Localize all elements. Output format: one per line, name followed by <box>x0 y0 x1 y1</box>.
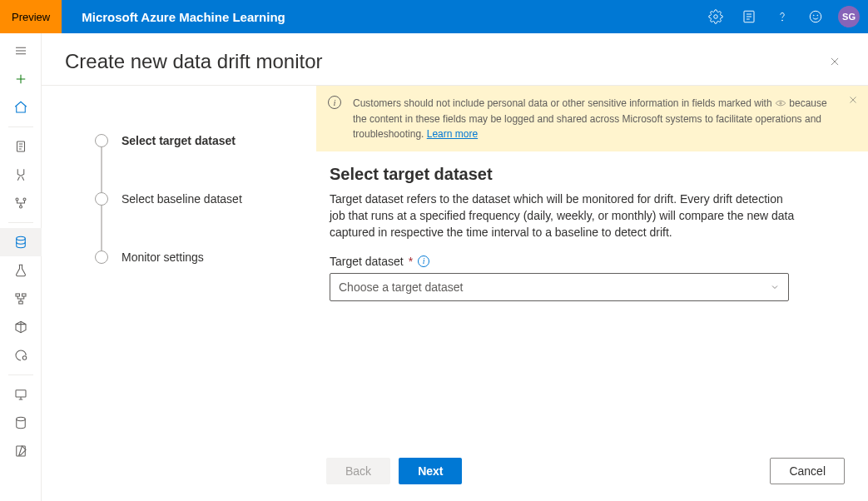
svg-point-10 <box>16 236 25 241</box>
sidebar <box>0 33 42 501</box>
svg-point-0 <box>714 15 718 19</box>
home-icon[interactable] <box>0 93 42 122</box>
topbar-actions: SG <box>700 0 868 33</box>
info-icon[interactable]: i <box>418 255 429 267</box>
eye-icon <box>775 97 786 112</box>
preview-badge: Preview <box>0 0 62 33</box>
step-monitor-settings[interactable]: Monitor settings <box>95 250 300 264</box>
panel-title: Create new data drift monitor <box>65 50 322 73</box>
pipelines-icon[interactable] <box>0 285 42 313</box>
product-title: Microsoft Azure Machine Learning <box>62 10 285 24</box>
chevron-down-icon <box>770 282 780 292</box>
close-icon[interactable] <box>825 52 845 72</box>
wizard-steps: Select target dataset Select baseline da… <box>42 86 316 501</box>
cancel-button[interactable]: Cancel <box>770 458 845 484</box>
info-icon: i <box>328 96 341 109</box>
target-dataset-select[interactable]: Choose a target dataset <box>330 273 789 301</box>
datastores-icon[interactable] <box>0 409 42 437</box>
step-select-baseline[interactable]: Select baseline dataset <box>95 192 300 206</box>
endpoints-icon[interactable] <box>0 341 42 370</box>
step-circle-icon <box>95 250 108 264</box>
svg-point-4 <box>813 15 814 16</box>
section-title: Select target dataset <box>330 165 845 184</box>
svg-point-8 <box>23 198 26 201</box>
experiments-icon[interactable] <box>0 256 42 285</box>
svg-point-3 <box>810 11 821 22</box>
required-mark: * <box>409 255 413 268</box>
step-label: Select baseline dataset <box>122 192 242 206</box>
automl-icon[interactable] <box>0 161 42 189</box>
gear-icon[interactable] <box>700 0 732 33</box>
help-icon[interactable] <box>766 0 798 33</box>
wizard-footer: Back Next Cancel <box>316 448 868 501</box>
notice-close-icon[interactable] <box>848 94 858 109</box>
svg-point-9 <box>19 206 22 208</box>
menu-icon[interactable] <box>0 37 42 65</box>
svg-rect-12 <box>22 294 26 296</box>
top-bar: Preview Microsoft Azure Machine Learning… <box>0 0 868 33</box>
svg-point-14 <box>22 356 27 360</box>
section-description: Target dataset refers to the dataset whi… <box>330 191 796 241</box>
plus-icon[interactable] <box>0 65 42 93</box>
notice-text-a: Customers should not include personal da… <box>353 97 775 109</box>
back-button: Back <box>326 458 390 484</box>
step-label: Monitor settings <box>122 250 204 264</box>
notebook-icon[interactable] <box>0 132 42 161</box>
step-circle-icon <box>95 192 108 206</box>
svg-point-7 <box>16 198 18 201</box>
next-button[interactable]: Next <box>399 458 462 484</box>
step-select-target[interactable]: Select target dataset <box>95 134 300 147</box>
compute-icon[interactable] <box>0 380 42 409</box>
svg-rect-13 <box>18 301 22 304</box>
learn-more-link[interactable]: Learn more <box>427 128 478 140</box>
target-dataset-label: Target dataset * i <box>330 255 845 268</box>
svg-rect-11 <box>16 294 20 296</box>
svg-rect-15 <box>16 390 26 397</box>
step-connector <box>101 147 102 192</box>
designer-icon[interactable] <box>0 189 42 217</box>
svg-point-5 <box>817 15 818 16</box>
step-label: Select target dataset <box>122 134 236 147</box>
models-icon[interactable] <box>0 313 42 341</box>
svg-point-16 <box>16 417 25 421</box>
datasets-icon[interactable] <box>0 228 42 256</box>
step-circle-icon <box>95 134 108 147</box>
labeling-icon[interactable] <box>0 437 42 465</box>
panel: Create new data drift monitor Select tar… <box>42 33 868 501</box>
svg-point-18 <box>780 102 781 104</box>
step-connector <box>101 206 102 250</box>
svg-point-2 <box>782 20 783 21</box>
select-placeholder: Choose a target dataset <box>339 280 463 294</box>
smile-icon[interactable] <box>800 0 831 33</box>
feedback-icon[interactable] <box>733 0 765 33</box>
avatar[interactable]: SG <box>838 6 860 27</box>
notice-banner: i Customers should not include personal … <box>316 86 868 151</box>
